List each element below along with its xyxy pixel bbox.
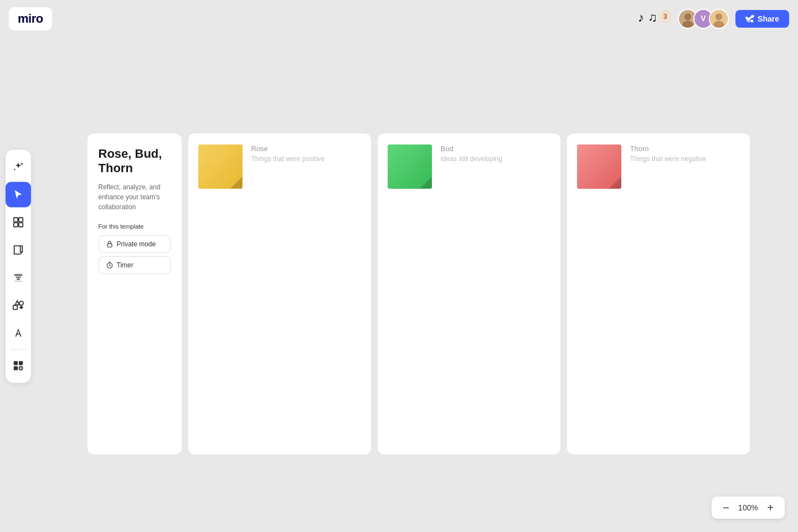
svg-rect-20 [19,223,23,226]
sparkles-icon [12,161,24,173]
svg-text:3: 3 [663,12,668,20]
timer-label: Timer [117,261,133,269]
share-label: Share [758,14,779,23]
private-mode-label: Private mode [117,240,156,248]
canvas: Rose, Bud, Thorn Reflect, analyze, and e… [0,0,798,532]
sidebar-item-handwriting[interactable] [6,320,31,345]
info-card-title: Rose, Bud, Thorn [99,147,171,176]
handwriting-icon [12,327,24,339]
sticky-note-thorn [577,144,621,189]
board-header-rose: Rose Things that were positive [198,144,361,189]
sidebar-divider [10,349,27,349]
share-button[interactable]: Share [735,10,789,28]
info-card: Rose, Bud, Thorn Reflect, analyze, and e… [87,133,182,454]
board-meta-rose: Rose Things that were positive [251,144,325,163]
svg-rect-23 [14,361,18,365]
timer-button[interactable]: Timer [99,256,171,274]
zoom-level: 100% [737,503,759,512]
logo: miro [18,12,43,26]
sticky-note-rose [198,144,243,189]
shapes-icon [12,299,24,311]
svg-text:♪: ♪ [638,11,645,24]
sidebar-item-shapes[interactable] [6,292,31,318]
board-header-thorn: Thorn Things that were negative [577,144,740,189]
board-meta-bud: Bud Ideas still developing [441,144,502,163]
cursor-icon [12,188,24,200]
zoom-controls: − 100% + [712,497,785,519]
svg-rect-29 [19,368,23,368]
svg-rect-19 [14,223,18,226]
private-mode-button[interactable]: Private mode [99,235,171,253]
board-meta-thorn: Thorn Things that were negative [630,144,706,163]
header: miro ♪ ♫ 3 [0,0,798,38]
template-label: For this template [99,223,171,230]
svg-text:V: V [701,14,706,23]
board-header-bud: Bud Ideas still developing [388,144,550,189]
text-icon [12,271,24,283]
avatar-3 [709,9,729,29]
zoom-in-button[interactable]: + [764,501,777,514]
logo-container[interactable]: miro [9,7,52,30]
sidebar-item-select[interactable] [6,182,31,207]
board-desc-thorn: Things that were negative [630,155,706,163]
svg-text:♫: ♫ [648,11,658,24]
sidebar-item-sticky[interactable] [6,237,31,262]
board-label-thorn: Thorn [630,144,706,153]
svg-rect-25 [14,366,18,370]
lock-icon [106,240,114,248]
boards-container: Rose, Bud, Thorn Reflect, analyze, and e… [87,133,750,454]
sidebar [6,149,31,383]
board-desc-bud: Ideas still developing [441,155,502,163]
sidebar-item-more[interactable] [6,353,31,378]
svg-point-22 [19,301,23,305]
svg-point-5 [684,13,691,20]
sticky-note-icon [12,244,24,256]
reaction-icons-svg: ♪ ♫ 3 [638,7,671,27]
board-column-rose: Rose Things that were positive [188,133,371,454]
svg-point-10 [715,13,722,20]
info-card-description: Reflect, analyze, and enhance your team'… [99,182,171,212]
sidebar-item-ai[interactable] [6,154,31,179]
svg-point-6 [682,21,693,29]
svg-rect-30 [107,244,111,247]
share-icon [745,14,754,23]
board-desc-rose: Things that were positive [251,155,325,163]
sidebar-item-frames[interactable] [6,209,31,235]
emoji-icons: ♪ ♫ 3 [638,7,671,30]
board-label-rose: Rose [251,144,325,153]
sidebar-item-text[interactable] [6,265,31,290]
svg-rect-17 [14,218,18,221]
svg-rect-24 [19,361,23,365]
clock-icon [106,261,114,269]
board-column-thorn: Thorn Things that were negative [567,133,750,454]
board-column-bud: Bud Ideas still developing [378,133,560,454]
svg-rect-18 [19,218,23,221]
plus-icon [12,359,24,371]
board-label-bud: Bud [441,144,502,153]
header-right: ♪ ♫ 3 V [638,7,789,30]
svg-point-11 [713,21,724,29]
svg-rect-21 [13,305,17,309]
zoom-out-button[interactable]: − [719,501,733,514]
avatars: V [678,9,729,29]
frames-icon [12,216,24,228]
sticky-note-bud [388,144,432,189]
